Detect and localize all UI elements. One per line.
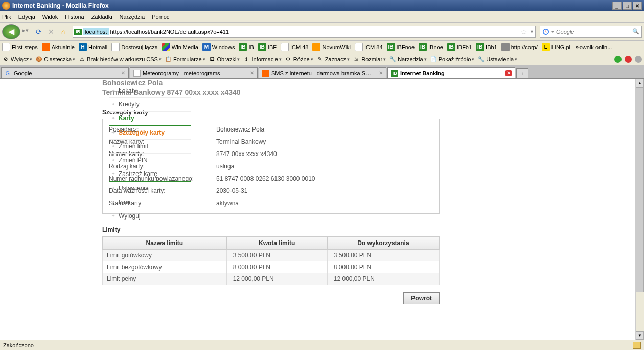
bookmark-item[interactable]: IBIBFb1	[447, 43, 472, 51]
tab-label: Google	[14, 70, 117, 76]
sidebar-item[interactable]: Szczegóły karty	[109, 126, 191, 140]
dropdown-icon: ▾	[472, 57, 474, 62]
limit-amount: 8 000,00 PLN	[226, 261, 327, 273]
bookmark-item[interactable]: Aktualnie	[42, 43, 75, 51]
bookmark-label: IBnoe	[428, 44, 443, 50]
menu-edit[interactable]: Edycja	[18, 14, 35, 20]
home-button[interactable]: ⌂	[58, 27, 68, 37]
scroll-up-icon[interactable]: ▲	[636, 79, 644, 88]
sidebar-item[interactable]: Lokaty	[109, 84, 191, 98]
sidebar-item[interactable]: Zmień PIN	[109, 154, 191, 167]
menu-help[interactable]: Pomoc	[152, 14, 169, 20]
devtool-item[interactable]: 🖼Obrazki▾	[209, 56, 240, 63]
tab-close-icon[interactable]: ✕	[505, 70, 512, 76]
devtool-item[interactable]: ℹInformacje▾	[243, 56, 281, 63]
bookmark-item[interactable]: IBIBFnoe	[387, 43, 415, 51]
stop-button[interactable]: ✕	[46, 27, 56, 37]
tab-close-icon[interactable]: ✕	[379, 70, 383, 76]
bookmark-item[interactable]: Dostosuj łącza	[111, 43, 158, 51]
search-input[interactable]	[556, 29, 632, 35]
dropdown-icon: ▾	[30, 57, 32, 62]
devtool-icon: ✎	[316, 56, 324, 63]
bookmark-item[interactable]: ICM 84	[355, 43, 382, 51]
tab-close-icon[interactable]: ✕	[250, 70, 254, 76]
devtool-item[interactable]: 🔧Ustawienia▾	[477, 56, 517, 63]
sidebar-item[interactable]: Zastrzeż kartę	[109, 167, 191, 182]
search-submit-icon[interactable]: 🔍	[632, 28, 639, 35]
bookmark-item[interactable]: IBIBF	[258, 43, 277, 51]
url-dropdown-icon[interactable]: ▼	[530, 29, 534, 34]
window-title: Internet Banking - Mozilla Firefox	[12, 2, 109, 9]
bookmark-item[interactable]: ICM 48	[281, 43, 308, 51]
devtool-item[interactable]: 📋Formularze▾	[165, 56, 205, 63]
devtool-item[interactable]: 📄Pokaż źródło▾	[430, 56, 475, 63]
bookmark-icon	[162, 43, 170, 51]
url-host: localhost	[83, 28, 109, 35]
devtool-item[interactable]: ⚠Brak błędów w arkuszu CSS▾	[78, 56, 162, 63]
bookmark-item[interactable]: MWindows	[202, 43, 235, 51]
reload-button[interactable]: ⟳	[34, 27, 44, 37]
bookmark-label: Dostosuj łącza	[121, 44, 158, 50]
sidebar-item[interactable]: Inne	[109, 195, 191, 209]
back-page-button[interactable]: Powrót	[403, 292, 440, 304]
bookmark-item[interactable]: IBIB	[239, 43, 254, 51]
devtool-icon: ⇲	[353, 56, 360, 63]
url-bar[interactable]: IB localhost https://localhost/bank2NOE/…	[73, 26, 536, 38]
maximize-button[interactable]: □	[623, 2, 632, 10]
dropdown-icon: ▾	[383, 57, 386, 62]
browser-tab[interactable]: GGoogle✕	[1, 67, 129, 78]
menu-tools[interactable]: Narzędzia	[120, 14, 145, 20]
bookmark-item[interactable]: First steps	[2, 43, 38, 51]
sidebar-item[interactable]: Karty	[109, 112, 191, 126]
browser-tab[interactable]: SMS z Internetu - darmowa bramka SM...✕	[259, 67, 386, 78]
url-path: https://localhost/bank2NOE/default.aspx?…	[110, 29, 229, 35]
devtool-item[interactable]: ⚙Różne▾	[285, 56, 313, 63]
devtool-item[interactable]: 🔧Narzędzia▾	[389, 56, 427, 63]
devtool-item[interactable]: 🍪Ciasteczka▾	[35, 56, 75, 63]
search-box[interactable]: ▾ 🔍	[540, 26, 642, 38]
tab-close-icon[interactable]: ✕	[121, 70, 125, 76]
sidebar-item[interactable]: Kredyty	[109, 98, 191, 112]
devtool-item[interactable]: ✎Zaznacz▾	[316, 56, 350, 63]
menu-bookmarks[interactable]: Zakładki	[91, 14, 112, 20]
bookmark-item[interactable]: IBIBnoe	[419, 43, 443, 51]
new-tab-button[interactable]: +	[516, 68, 528, 78]
menu-history[interactable]: Historia	[65, 14, 84, 20]
detail-value: 8747 00xx xxxx x4340	[216, 150, 277, 158]
bookmark-star-icon[interactable]: ☆	[521, 28, 527, 36]
forward-button[interactable]: ▸▾	[22, 27, 32, 36]
sidebar-item[interactable]: Ustawienia	[109, 182, 191, 195]
bookmark-item[interactable]: IBIBb1	[476, 43, 497, 51]
search-engine-dropdown-icon[interactable]: ▾	[551, 29, 554, 34]
bookmark-item[interactable]: Win Media	[162, 43, 198, 51]
bookmark-icon	[2, 43, 10, 51]
close-button[interactable]: ✕	[633, 2, 642, 10]
devtool-item[interactable]: ⊘Wyłącz▾	[2, 56, 32, 63]
vertical-scrollbar[interactable]: ▲ ▼	[635, 79, 644, 340]
menu-file[interactable]: Plik	[2, 14, 11, 20]
browser-tab[interactable]: IBInternet Banking✕	[387, 67, 515, 78]
devtool-item[interactable]: ⇲Rozmiar▾	[353, 56, 386, 63]
orange-icon	[262, 70, 269, 77]
scroll-down-icon[interactable]: ▼	[636, 331, 644, 340]
bookmark-icon	[312, 43, 320, 51]
sidebar-item[interactable]: Wyloguj	[109, 209, 191, 223]
bookmark-item[interactable]: NovumWiki	[312, 43, 351, 51]
sidebar-item[interactable]: Zmień limit	[109, 140, 191, 154]
devtool-label: Obrazki	[217, 56, 237, 62]
scroll-thumb[interactable]	[636, 88, 644, 292]
back-button[interactable]: ◀	[2, 24, 20, 39]
browser-tab[interactable]: Meteorogramy - meteorograms✕	[130, 67, 258, 78]
google-icon	[542, 28, 549, 35]
bookmark-item[interactable]: http://corp/	[501, 43, 538, 51]
bookmark-icon: IB	[447, 43, 455, 51]
menu-view[interactable]: Widok	[42, 14, 58, 20]
devtool-icon: 🔧	[477, 56, 485, 63]
minimize-button[interactable]: _	[612, 2, 622, 10]
bookmark-item[interactable]: LLING.pl - słownik onlin...	[542, 43, 612, 51]
bookmark-item[interactable]: HHotmail	[79, 43, 107, 51]
limit-available: 3 500,00 PLN	[327, 250, 439, 261]
devtool-label: Zaznacz	[325, 56, 347, 62]
menu-bar: Plik Edycja Widok Historia Zakładki Narz…	[0, 11, 644, 23]
devtool-icon: 🖼	[209, 56, 216, 63]
